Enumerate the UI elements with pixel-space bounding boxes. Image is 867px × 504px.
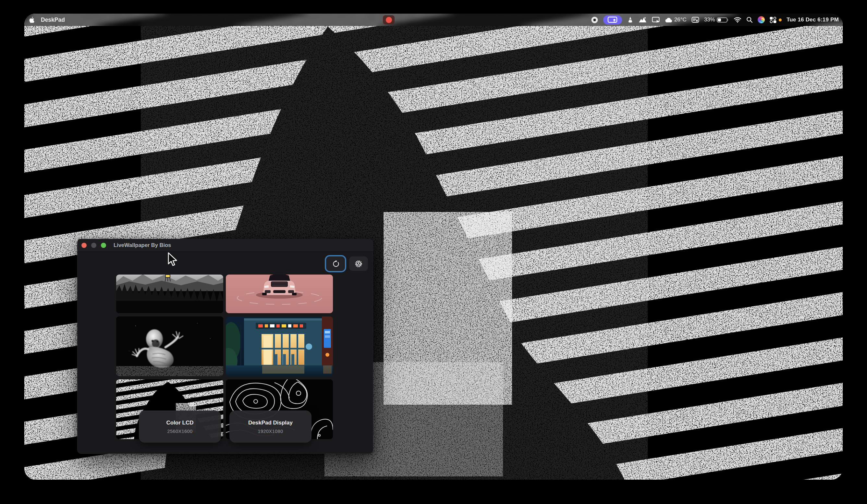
notes-capture-icon[interactable] <box>692 17 699 23</box>
menubar-clock[interactable]: Tue 16 Dec 6:19 PM <box>786 17 839 23</box>
battery-item[interactable]: 33% <box>704 17 729 23</box>
menubar-app-name[interactable]: DeskPad <box>41 17 65 23</box>
minimize-button[interactable] <box>91 243 96 248</box>
battery-icon <box>717 17 729 23</box>
mountains-icon[interactable] <box>639 17 647 23</box>
deskpad-menubar-icon[interactable] <box>603 15 622 25</box>
display-cards-row: Color LCD 2560X1600 DeskPad Display 1920… <box>77 410 373 443</box>
refresh-button[interactable] <box>326 256 345 271</box>
gear-icon <box>354 260 363 268</box>
toggles-icon <box>770 17 777 23</box>
spotlight-search-icon[interactable] <box>746 17 753 23</box>
record-dot-icon <box>386 17 392 23</box>
display-name: DeskPad Display <box>248 420 293 426</box>
close-button[interactable] <box>82 243 87 248</box>
mouse-cursor <box>167 252 178 266</box>
window-title: LiveWallpaper By Bios <box>114 242 171 248</box>
toolbar <box>326 256 368 271</box>
display-card-color-lcd[interactable]: Color LCD 2560X1600 <box>139 410 221 443</box>
siri-icon[interactable] <box>758 16 765 23</box>
wallpaper-thumb-forest[interactable] <box>116 275 223 313</box>
recorder-stop-icon[interactable] <box>591 16 598 24</box>
wallpaper-thumb-car[interactable] <box>226 275 333 313</box>
weather-temp: 26°C <box>674 17 687 23</box>
screen-recording-indicator[interactable] <box>383 15 395 24</box>
display-name: Color LCD <box>166 420 193 426</box>
display-mirroring-icon[interactable] <box>652 16 660 23</box>
toggles-item[interactable] <box>770 17 782 23</box>
window-titlebar[interactable]: LiveWallpaper By Bios <box>77 239 373 252</box>
weather-item[interactable]: 26°C <box>665 17 687 23</box>
window-content: Color LCD 2560X1600 DeskPad Display 1920… <box>77 252 373 453</box>
wifi-icon[interactable] <box>734 17 741 23</box>
zoom-button[interactable] <box>101 243 106 248</box>
notification-dot <box>779 19 782 21</box>
menu-bar: DeskPad <box>24 14 843 26</box>
settings-button[interactable] <box>349 256 368 271</box>
display-resolution: 2560X1600 <box>168 429 193 434</box>
cloud-icon <box>665 17 673 23</box>
display-card-deskpad[interactable]: DeskPad Display 1920X1080 <box>229 410 311 443</box>
livewallpaper-window: LiveWallpaper By Bios <box>77 239 373 454</box>
desktop-background: DeskPad <box>0 0 867 504</box>
wallpaper-thumb-storefront[interactable] <box>226 317 333 376</box>
virtual-display: DeskPad <box>24 14 843 480</box>
cone-icon[interactable] <box>627 16 634 23</box>
wallpaper-thumb-ghoul[interactable] <box>116 317 223 376</box>
refresh-icon <box>332 260 339 268</box>
battery-percent: 33% <box>704 17 715 23</box>
display-resolution: 1920X1080 <box>258 429 283 434</box>
apple-menu-icon[interactable] <box>29 17 35 23</box>
